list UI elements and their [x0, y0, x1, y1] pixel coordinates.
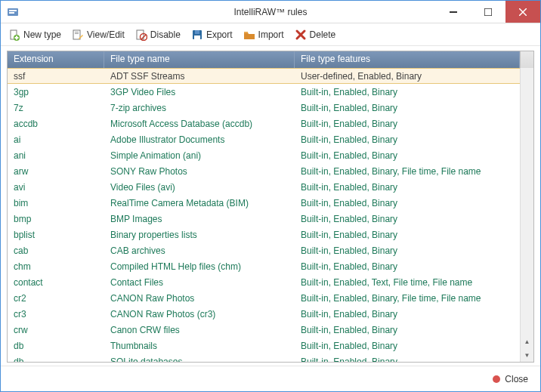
- import-button[interactable]: Import: [242, 27, 286, 42]
- new-type-label: New type: [23, 29, 61, 40]
- cell-features: Built-in, Enabled, Binary: [295, 182, 520, 193]
- cell-name: CANON Raw Photos: [104, 293, 295, 304]
- cell-extension: bplist: [8, 230, 104, 240]
- minimize-button[interactable]: [436, 1, 471, 23]
- export-icon: [191, 29, 203, 41]
- cell-extension: 3gp: [8, 87, 104, 97]
- cell-name: BMP Images: [104, 214, 295, 224]
- disable-button[interactable]: Disable: [134, 27, 182, 42]
- table-row[interactable]: bimRealTime Camera Metadata (BIM)Built-i…: [8, 195, 520, 211]
- export-label: Export: [206, 29, 233, 40]
- table-row[interactable]: crwCanon CRW filesBuilt-in, Enabled, Bin…: [8, 322, 520, 338]
- export-button[interactable]: Export: [190, 27, 234, 42]
- cell-name: SONY Raw Photos: [104, 166, 295, 177]
- cell-name: Compiled HTML Help files (chm): [104, 261, 295, 272]
- cell-name: RealTime Camera Metadata (BIM): [104, 198, 295, 208]
- cell-features: Built-in, Enabled, Text, File time, File…: [295, 277, 520, 288]
- table-row[interactable]: 7z7-zip archivesBuilt-in, Enabled, Binar…: [8, 100, 520, 116]
- window-close-button[interactable]: [505, 1, 540, 23]
- disable-icon: [135, 29, 147, 41]
- table-body: ssfADT SSF StreamsUser-defined, Enabled,…: [8, 68, 533, 362]
- rules-table: Extension File type name File type featu…: [7, 51, 534, 363]
- table-row[interactable]: aniSimple Animation (ani)Built-in, Enabl…: [8, 147, 520, 163]
- cell-features: Built-in, Enabled, Binary: [295, 103, 520, 113]
- svg-rect-1: [9, 10, 17, 11]
- table-row[interactable]: dbSQLite databasesBuilt-in, Enabled, Bin…: [8, 353, 520, 362]
- table-row[interactable]: aviVideo Files (avi)Built-in, Enabled, B…: [8, 179, 520, 195]
- cell-extension: cr3: [8, 309, 104, 319]
- cell-extension: ssf: [8, 71, 104, 82]
- table-row[interactable]: contactContact FilesBuilt-in, Enabled, T…: [8, 274, 520, 290]
- cell-name: CAB archives: [104, 245, 295, 256]
- new-type-button[interactable]: New type: [7, 27, 63, 42]
- cell-name: Adobe Illustrator Documents: [104, 134, 295, 145]
- delete-icon: [295, 29, 307, 41]
- cell-features: Built-in, Enabled, Binary: [295, 119, 520, 129]
- cell-name: Canon CRW files: [104, 325, 295, 335]
- cell-extension: chm: [8, 261, 104, 272]
- close-button[interactable]: Close: [505, 374, 528, 384]
- table-row[interactable]: bmpBMP ImagesBuilt-in, Enabled, Binary: [8, 211, 520, 227]
- svg-rect-10: [15, 37, 19, 39]
- svg-rect-12: [75, 32, 79, 32]
- delete-button[interactable]: Delete: [293, 27, 338, 42]
- cell-features: Built-in, Enabled, Binary: [295, 198, 520, 208]
- cell-extension: cab: [8, 245, 104, 256]
- cell-name: SQLite databases: [104, 357, 295, 363]
- column-header-extension[interactable]: Extension: [8, 51, 104, 68]
- svg-rect-11: [73, 30, 80, 39]
- cell-features: Built-in, Enabled, Binary: [295, 325, 520, 335]
- cell-features: Built-in, Enabled, Binary: [295, 309, 520, 319]
- table-row[interactable]: cr3CANON Raw Photos (cr3)Built-in, Enabl…: [8, 306, 520, 322]
- cell-features: Built-in, Enabled, Binary: [295, 261, 520, 272]
- delete-label: Delete: [310, 29, 336, 40]
- table-row[interactable]: accdbMicrosoft Access Database (accdb)Bu…: [8, 116, 520, 131]
- cell-name: Contact Files: [104, 277, 295, 288]
- table-row[interactable]: cabCAB archivesBuilt-in, Enabled, Binary: [8, 242, 520, 258]
- cell-name: Thumbnails: [104, 341, 295, 351]
- table-row[interactable]: bplistBinary properties listsBuilt-in, E…: [8, 227, 520, 242]
- cell-extension: 7z: [8, 103, 104, 113]
- view-edit-label: View/Edit: [87, 29, 125, 40]
- disable-label: Disable: [150, 29, 181, 40]
- cell-features: User-defined, Enabled, Binary: [295, 71, 520, 82]
- cell-features: Built-in, Enabled, Binary, File time, Fi…: [295, 166, 520, 177]
- table-row[interactable]: arwSONY Raw PhotosBuilt-in, Enabled, Bin…: [8, 163, 520, 179]
- cell-extension: ai: [8, 134, 104, 145]
- table-header: Extension File type name File type featu…: [8, 51, 533, 68]
- cell-extension: ani: [8, 150, 104, 161]
- cell-name: 7-zip archives: [104, 103, 295, 113]
- new-type-icon: [8, 29, 20, 41]
- cell-extension: db: [8, 357, 104, 363]
- cell-features: Built-in, Enabled, Binary: [295, 87, 520, 97]
- table-row[interactable]: aiAdobe Illustrator DocumentsBuilt-in, E…: [8, 131, 520, 147]
- cell-features: Built-in, Enabled, Binary: [295, 245, 520, 256]
- column-header-features[interactable]: File type features: [295, 51, 520, 68]
- scroll-down-button[interactable]: ▼: [521, 348, 533, 362]
- import-label: Import: [258, 29, 284, 40]
- cell-features: Built-in, Enabled, Binary, File time, Fi…: [295, 293, 520, 304]
- table-row[interactable]: 3gp3GP Video FilesBuilt-in, Enabled, Bin…: [8, 84, 520, 100]
- svg-rect-3: [450, 11, 457, 13]
- titlebar: IntelliRAW™ rules: [1, 1, 540, 23]
- maximize-button[interactable]: [471, 1, 505, 23]
- table-row[interactable]: cr2CANON Raw PhotosBuilt-in, Enabled, Bi…: [8, 290, 520, 306]
- cell-name: Microsoft Access Database (accdb): [104, 119, 295, 129]
- cell-features: Built-in, Enabled, Binary: [295, 150, 520, 161]
- cell-features: Built-in, Enabled, Binary: [295, 357, 520, 363]
- table-row[interactable]: ssfADT SSF StreamsUser-defined, Enabled,…: [8, 68, 520, 84]
- table-row[interactable]: dbThumbnailsBuilt-in, Enabled, Binary: [8, 338, 520, 353]
- toolbar: New type View/Edit Disable Export Import…: [1, 23, 540, 46]
- column-header-name[interactable]: File type name: [104, 51, 295, 68]
- view-edit-button[interactable]: View/Edit: [70, 27, 126, 42]
- cell-extension: avi: [8, 182, 104, 193]
- svg-rect-18: [195, 30, 199, 34]
- cell-name: CANON Raw Photos (cr3): [104, 309, 295, 319]
- vertical-scrollbar[interactable]: ▲ ▼: [520, 68, 533, 362]
- table-row[interactable]: chmCompiled HTML Help files (chm)Built-i…: [8, 258, 520, 274]
- cell-features: Built-in, Enabled, Binary: [295, 230, 520, 240]
- scroll-up-button[interactable]: ▲: [521, 335, 533, 348]
- view-edit-icon: [72, 29, 84, 41]
- svg-rect-4: [484, 8, 492, 16]
- cell-extension: accdb: [8, 119, 104, 129]
